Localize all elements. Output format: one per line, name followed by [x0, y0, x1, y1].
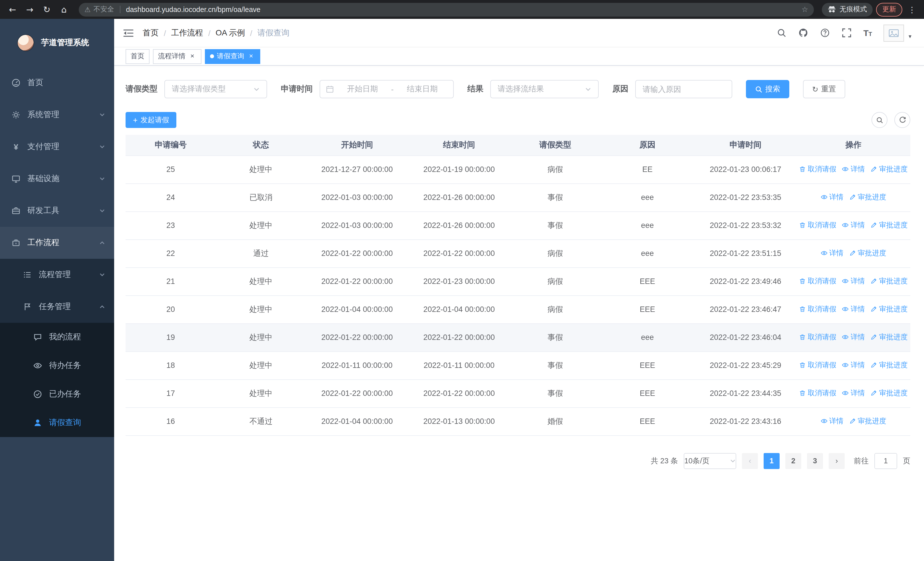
cancel-leave-link[interactable]: 取消请假 [799, 388, 836, 398]
avatar[interactable] [884, 24, 904, 41]
page-button-1[interactable]: 1 [764, 453, 780, 469]
tab-home[interactable]: 首页 [126, 49, 150, 64]
cancel-leave-link[interactable]: 取消请假 [799, 221, 836, 230]
search-icon[interactable] [777, 28, 787, 38]
edit-icon [871, 166, 878, 173]
url-text[interactable]: dashboard.yudao.iocoder.cn/bpm/oa/leave [126, 5, 261, 14]
sidebar-item-devtools[interactable]: 研发工具 [0, 195, 114, 227]
result-select[interactable]: 请选择流结果 [490, 80, 599, 98]
cancel-leave-link[interactable]: 取消请假 [799, 332, 836, 342]
tab-process-detail[interactable]: 流程详情 × [153, 49, 201, 64]
search-button[interactable]: 搜索 [746, 80, 789, 98]
close-icon[interactable]: × [247, 52, 255, 60]
action-label: 详情 [850, 221, 865, 230]
approval-progress-link[interactable]: 审批进度 [871, 361, 908, 370]
eye-icon [842, 166, 849, 173]
detail-link[interactable]: 详情 [842, 277, 865, 286]
reason-input[interactable] [635, 80, 732, 98]
cancel-leave-link[interactable]: 取消请假 [799, 361, 836, 370]
cell-status: 已取消 [216, 183, 306, 211]
detail-link[interactable]: 详情 [842, 304, 865, 314]
create-leave-button[interactable]: + 发起请假 [126, 112, 176, 128]
detail-link[interactable]: 详情 [842, 221, 865, 230]
home-icon[interactable]: ⌂ [57, 3, 71, 16]
fullscreen-icon[interactable] [842, 28, 852, 38]
detail-link[interactable]: 详情 [842, 388, 865, 398]
detail-link[interactable]: 详情 [821, 417, 843, 426]
sidebar-item-workflow[interactable]: 工作流程 [0, 227, 114, 259]
sidebar-item-leave-query[interactable]: 请假查询 [0, 409, 114, 437]
cancel-leave-link[interactable]: 取消请假 [799, 304, 836, 314]
table-row: 19 处理中 2022-01-22 00:00:00 2022-01-22 00… [126, 323, 910, 351]
forward-icon[interactable]: → [23, 3, 36, 16]
detail-link[interactable]: 详情 [821, 193, 843, 202]
leave-table: 申请编号 状态 开始时间 结束时间 请假类型 原因 申请时间 操作 25 处理中… [126, 135, 910, 436]
approval-progress-link[interactable]: 审批进度 [871, 304, 908, 314]
action-label: 详情 [850, 332, 865, 342]
plus-icon: + [133, 116, 138, 124]
chat-icon [33, 332, 42, 341]
prev-page-button[interactable]: ‹ [742, 453, 758, 469]
reset-button[interactable]: ↻ 重置 [803, 80, 845, 98]
approval-progress-link[interactable]: 审批进度 [849, 248, 886, 258]
sidebar-item-process-mgmt[interactable]: 流程管理 [0, 259, 114, 291]
approval-progress-link[interactable]: 审批进度 [849, 417, 886, 426]
sidebar-item-my-process[interactable]: 我的流程 [0, 323, 114, 351]
sidebar-fold-icon[interactable] [123, 28, 134, 38]
cancel-leave-link[interactable]: 取消请假 [799, 277, 836, 286]
detail-link[interactable]: 详情 [842, 361, 865, 370]
action-label: 取消请假 [808, 332, 836, 342]
sidebar: 芋道管理系统 首页 系统管理 ¥ 支付管理 基础设施 [0, 19, 114, 561]
browser-menu-icon[interactable]: ⋮ [906, 5, 918, 14]
page-size-select[interactable]: 10条/页 [684, 453, 736, 469]
leave-type-select[interactable]: 请选择请假类型 [164, 80, 267, 98]
cell-leave-type: 病假 [510, 295, 600, 323]
breadcrumb-separator: / [208, 28, 211, 38]
sidebar-item-payment[interactable]: ¥ 支付管理 [0, 131, 114, 163]
sidebar-item-todo-tasks[interactable]: 待办任务 [0, 351, 114, 380]
github-icon[interactable] [798, 28, 808, 38]
approval-progress-link[interactable]: 审批进度 [849, 193, 886, 202]
bookmark-star-icon[interactable]: ☆ [802, 5, 808, 14]
avatar-caret-icon[interactable]: ▾ [909, 33, 912, 41]
refresh-table-button[interactable] [894, 112, 910, 128]
sidebar-item-home[interactable]: 首页 [0, 67, 114, 99]
detail-link[interactable]: 详情 [821, 248, 843, 258]
sidebar-item-done-tasks[interactable]: 已办任务 [0, 380, 114, 409]
cell-apply-id: 20 [126, 295, 216, 323]
font-size-icon[interactable]: TT [863, 29, 872, 37]
approval-progress-link[interactable]: 审批进度 [871, 277, 908, 286]
detail-link[interactable]: 详情 [842, 164, 865, 174]
back-icon[interactable]: ← [6, 3, 20, 16]
breadcrumb-home[interactable]: 首页 [142, 28, 159, 38]
close-icon[interactable]: × [188, 52, 196, 60]
approval-progress-link[interactable]: 审批进度 [871, 388, 908, 398]
update-button[interactable]: 更新 [876, 3, 902, 16]
sidebar-item-infrastructure[interactable]: 基础设施 [0, 163, 114, 195]
search-toggle-button[interactable] [872, 112, 888, 128]
eye-icon [842, 334, 849, 341]
sidebar-item-task-mgmt[interactable]: 任务管理 [0, 291, 114, 323]
action-label: 取消请假 [808, 361, 836, 370]
page-button-3[interactable]: 3 [807, 453, 823, 469]
security-warning-label[interactable]: 不安全 [94, 5, 114, 14]
breadcrumb-oa-example[interactable]: OA 示例 [216, 28, 245, 38]
next-page-button[interactable]: › [829, 453, 844, 469]
detail-link[interactable]: 详情 [842, 332, 865, 342]
page-button-2[interactable]: 2 [785, 453, 801, 469]
help-icon[interactable] [820, 28, 830, 38]
chevron-down-icon [730, 458, 736, 463]
approval-progress-link[interactable]: 审批进度 [871, 221, 908, 230]
breadcrumb-workflow[interactable]: 工作流程 [171, 28, 203, 38]
sidebar-item-system[interactable]: 系统管理 [0, 99, 114, 131]
cancel-leave-link[interactable]: 取消请假 [799, 164, 836, 174]
app-title: 芋道管理系统 [41, 38, 89, 48]
tab-leave-query[interactable]: 请假查询 × [205, 49, 260, 64]
goto-page-input[interactable] [874, 453, 897, 469]
url-bar[interactable]: ⚠ 不安全 dashboard.yudao.iocoder.cn/bpm/oa/… [79, 3, 814, 16]
approval-progress-link[interactable]: 审批进度 [871, 164, 908, 174]
apply-time-range-picker[interactable]: 开始日期 - 结束日期 [320, 80, 454, 98]
approval-progress-link[interactable]: 审批进度 [871, 332, 908, 342]
cell-leave-type: 病假 [510, 155, 600, 183]
reload-icon[interactable]: ↻ [40, 3, 54, 16]
